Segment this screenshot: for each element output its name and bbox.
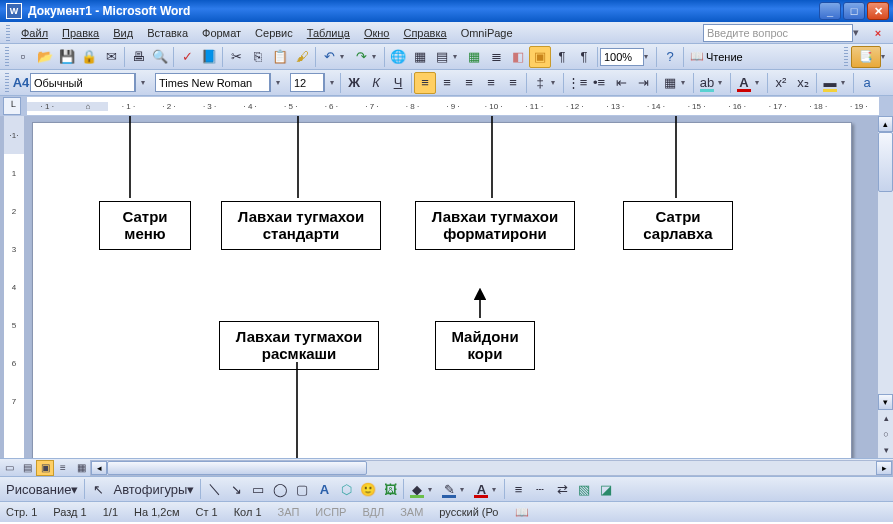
- borders-button[interactable]: ▦: [659, 72, 681, 94]
- horizontal-ruler[interactable]: · 1 ·⌂· 1 ·· 2 ·· 3 ·· 4 ·· 5 ·· 6 ·· 7 …: [27, 97, 879, 115]
- help-icon[interactable]: ?: [659, 46, 681, 68]
- font-color-button-2[interactable]: A: [470, 478, 492, 500]
- insert-table-icon[interactable]: ▤: [431, 46, 453, 68]
- 3d-icon[interactable]: ◪: [595, 478, 617, 500]
- styles-pane-button[interactable]: A4: [12, 72, 30, 94]
- font-dropdown[interactable]: ▾: [270, 73, 284, 92]
- close-document-button[interactable]: ×: [869, 24, 887, 42]
- status-ovr[interactable]: ЗАМ: [400, 506, 423, 518]
- highlight-button[interactable]: ab: [696, 72, 718, 94]
- font-size-dropdown[interactable]: ▾: [324, 73, 338, 92]
- arrow-style-icon[interactable]: ⇄: [551, 478, 573, 500]
- status-language[interactable]: русский (Ро: [439, 506, 498, 518]
- insert-table-dropdown[interactable]: ▾: [453, 52, 463, 61]
- line-spacing-button[interactable]: ‡: [529, 72, 551, 94]
- zoom-input[interactable]: 100%: [600, 48, 644, 66]
- toolbar-grip[interactable]: [5, 73, 9, 93]
- menu-file[interactable]: Файл: [14, 25, 55, 41]
- drawing-toggle-icon[interactable]: ◧: [507, 46, 529, 68]
- excel-icon[interactable]: ▦: [463, 46, 485, 68]
- web-view-button[interactable]: ▤: [18, 460, 36, 476]
- menu-view[interactable]: Вид: [106, 25, 140, 41]
- italic-button[interactable]: К: [365, 72, 387, 94]
- justify-button[interactable]: ≡: [480, 72, 502, 94]
- distribute-button[interactable]: ≡: [502, 72, 524, 94]
- zoom-dropdown[interactable]: ▾: [644, 52, 654, 61]
- font-color-button[interactable]: A: [733, 72, 755, 94]
- maximize-button[interactable]: □: [843, 2, 865, 20]
- drawing-menu-button[interactable]: Рисование ▾: [2, 478, 82, 500]
- bullets-button[interactable]: •≡: [588, 72, 610, 94]
- redo-icon[interactable]: ↷: [350, 46, 372, 68]
- line-color-button[interactable]: ✎: [438, 478, 460, 500]
- cut-icon[interactable]: ✂: [225, 46, 247, 68]
- research-icon[interactable]: 📘: [198, 46, 220, 68]
- tab-selector[interactable]: └: [3, 97, 21, 115]
- align-left-button[interactable]: ≡: [414, 72, 436, 94]
- diagram-icon[interactable]: ⬡: [335, 478, 357, 500]
- menu-format[interactable]: Формат: [195, 25, 248, 41]
- wordart-icon[interactable]: A: [313, 478, 335, 500]
- subscript-button[interactable]: x₂: [792, 72, 814, 94]
- close-button[interactable]: ✕: [867, 2, 889, 20]
- scroll-left-button[interactable]: ◂: [91, 461, 107, 475]
- tables-borders-icon[interactable]: ▦: [409, 46, 431, 68]
- numbering-button[interactable]: ⋮≡: [566, 72, 588, 94]
- email-icon[interactable]: ✉: [100, 46, 122, 68]
- toolbar-grip[interactable]: [844, 47, 848, 67]
- font-color-dropdown-2[interactable]: ▾: [492, 485, 502, 494]
- menu-edit[interactable]: Правка: [55, 25, 106, 41]
- oval-icon[interactable]: ◯: [269, 478, 291, 500]
- paragraph-marks-icon[interactable]: ¶: [573, 46, 595, 68]
- underline-button[interactable]: Ч: [387, 72, 409, 94]
- columns-icon[interactable]: ≣: [485, 46, 507, 68]
- autoshapes-button[interactable]: Автофигуры ▾: [109, 478, 198, 500]
- shading-button[interactable]: ▬: [819, 72, 841, 94]
- new-doc-icon[interactable]: ▫: [12, 46, 34, 68]
- paste-icon[interactable]: 📋: [269, 46, 291, 68]
- show-marks-icon[interactable]: ¶: [551, 46, 573, 68]
- print-layout-view-button[interactable]: ▣: [36, 460, 54, 476]
- open-icon[interactable]: 📂: [34, 46, 56, 68]
- arrow-icon[interactable]: ↘: [225, 478, 247, 500]
- shading-dropdown[interactable]: ▾: [841, 78, 851, 87]
- fill-color-dropdown[interactable]: ▾: [428, 485, 438, 494]
- docmap-icon[interactable]: ▣: [529, 46, 551, 68]
- fill-color-button[interactable]: ◆: [406, 478, 428, 500]
- omnipage-button[interactable]: 📑: [851, 46, 881, 68]
- line-weight-icon[interactable]: ≡: [507, 478, 529, 500]
- status-trk[interactable]: ИСПР: [315, 506, 346, 518]
- increase-indent-button[interactable]: ⇥: [632, 72, 654, 94]
- line-spacing-dropdown[interactable]: ▾: [551, 78, 561, 87]
- permission-icon[interactable]: 🔒: [78, 46, 100, 68]
- outline-view-button[interactable]: ≡: [54, 460, 72, 476]
- omnipage-dropdown[interactable]: ▾: [881, 52, 891, 61]
- menu-window[interactable]: Окно: [357, 25, 397, 41]
- undo-dropdown[interactable]: ▾: [340, 52, 350, 61]
- select-objects-icon[interactable]: ↖: [87, 478, 109, 500]
- clipart-icon[interactable]: 🙂: [357, 478, 379, 500]
- superscript-button[interactable]: x²: [770, 72, 792, 94]
- scroll-right-button[interactable]: ▸: [876, 461, 892, 475]
- undo-icon[interactable]: ↶: [318, 46, 340, 68]
- save-icon[interactable]: 💾: [56, 46, 78, 68]
- menu-table[interactable]: Таблица: [300, 25, 357, 41]
- line-icon[interactable]: ＼: [203, 478, 225, 500]
- align-right-button[interactable]: ≡: [458, 72, 480, 94]
- bold-button[interactable]: Ж: [343, 72, 365, 94]
- menu-help[interactable]: Справка: [396, 25, 453, 41]
- hscroll-thumb[interactable]: [107, 461, 367, 475]
- style-selector[interactable]: Обычный: [30, 73, 135, 92]
- normal-view-button[interactable]: ▭: [0, 460, 18, 476]
- toolbar-grip[interactable]: [5, 47, 9, 67]
- font-selector[interactable]: Times New Roman: [155, 73, 270, 92]
- status-ext[interactable]: ВДЛ: [362, 506, 384, 518]
- dash-style-icon[interactable]: ┄: [529, 478, 551, 500]
- decrease-indent-button[interactable]: ⇤: [610, 72, 632, 94]
- borders-dropdown[interactable]: ▾: [681, 78, 691, 87]
- horizontal-scrollbar[interactable]: ◂ ▸: [90, 460, 893, 476]
- minimize-button[interactable]: _: [819, 2, 841, 20]
- copy-icon[interactable]: ⎘: [247, 46, 269, 68]
- shadow-icon[interactable]: ▧: [573, 478, 595, 500]
- font-size-selector[interactable]: 12: [290, 73, 324, 92]
